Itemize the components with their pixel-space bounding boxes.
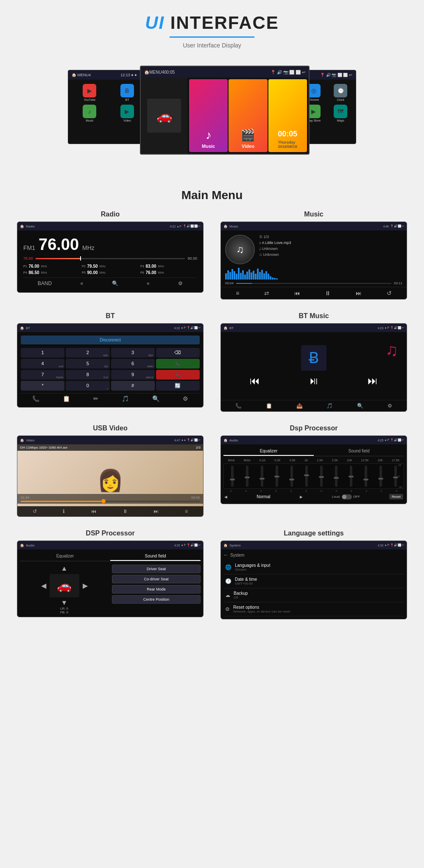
app-youtube[interactable]: ▶ YouTube xyxy=(73,84,107,101)
btmusic-phone-icon[interactable]: 📞 xyxy=(235,403,242,409)
bt-key-6[interactable]: 6MNO xyxy=(111,359,155,369)
bt-key-1[interactable]: 1 xyxy=(21,348,64,358)
music-playlist-btn[interactable]: ≡ xyxy=(236,290,239,297)
eq-scale: 10 0 -10 xyxy=(398,464,402,488)
video-play-btn[interactable]: ⏸ xyxy=(123,508,128,514)
sf-down-btn[interactable]: ▼ xyxy=(61,599,68,607)
music-shuffle-btn[interactable]: ↺ xyxy=(387,290,392,297)
preset-3[interactable]: P3 83.00 MHz xyxy=(140,264,197,269)
music-repeat-btn[interactable]: ⇄ xyxy=(264,290,269,297)
video-progress-bar[interactable] xyxy=(21,501,200,502)
sf-rear-mode-btn[interactable]: Rear Mode xyxy=(112,585,201,593)
bt-key-9[interactable]: 9WXYZ xyxy=(111,370,155,380)
bt-key-star[interactable]: * xyxy=(21,381,64,391)
bt-key-7[interactable]: 7PQRS xyxy=(21,370,64,380)
eq-slider-4[interactable] xyxy=(276,466,278,487)
bt-contacts-icon[interactable]: 📋 xyxy=(63,395,70,402)
toggle-switch[interactable] xyxy=(342,494,352,499)
eq-slider-10[interactable] xyxy=(365,466,367,487)
bt-key-8[interactable]: 8TUV xyxy=(66,370,109,380)
bt-key-hash[interactable]: # xyxy=(111,381,155,391)
sf-left-btn[interactable]: ◀ xyxy=(41,582,46,590)
radio-prev-btn[interactable]: « xyxy=(81,280,84,286)
video-repeat-btn[interactable]: ↺ xyxy=(33,508,37,514)
eq-slider-3[interactable] xyxy=(261,466,263,487)
eq-slider-8[interactable] xyxy=(335,466,338,487)
btmusic-contacts-icon[interactable]: 📋 xyxy=(266,403,272,409)
bt-settings-icon[interactable]: ⚙ xyxy=(183,395,188,402)
preset-5[interactable]: P5 90.00 MHz xyxy=(82,270,139,275)
music-progress-bar[interactable] xyxy=(236,283,391,284)
preset-1[interactable]: P1 76.00 MHz xyxy=(23,264,80,269)
eq-slider-9[interactable] xyxy=(350,466,352,487)
dsp-reset-btn[interactable]: Reset xyxy=(389,494,403,499)
btmusic-play-btn[interactable]: ⏯ xyxy=(309,375,319,387)
eq-slider-11[interactable] xyxy=(379,466,382,487)
app-maps[interactable]: 🗺 Maps xyxy=(329,105,352,122)
music-pause-btn[interactable]: ⏸ xyxy=(325,290,331,297)
bt-disconnect-btn[interactable]: Disconnect xyxy=(21,336,200,344)
eq-slider-5[interactable] xyxy=(290,466,293,487)
preset-2[interactable]: P2 79.50 MHz xyxy=(82,264,139,269)
video-next-btn[interactable]: ⏭ xyxy=(153,508,159,514)
lang-item-backup[interactable]: ☁ Backup Off xyxy=(223,588,404,602)
bt-edit-icon[interactable]: ✏ xyxy=(93,395,98,402)
eq-slider-12[interactable] xyxy=(394,466,397,487)
eq-slider-1[interactable] xyxy=(231,466,234,487)
bt-key-0[interactable]: 0+ xyxy=(66,381,109,391)
bt-key-2[interactable]: 2ABC xyxy=(66,348,109,358)
sf-codriver-seat-btn[interactable]: Co-driver Seat xyxy=(112,575,201,583)
bt-key-call[interactable]: 📞 xyxy=(156,359,200,369)
sf-centre-position-btn[interactable]: Centre Position xyxy=(112,595,201,604)
btmusic-settings-icon[interactable]: ⚙ xyxy=(388,403,392,409)
tile-video[interactable]: 🎬 Video xyxy=(229,79,267,152)
lang-item-datetime[interactable]: 🕐 Date & time GMT+00:00 xyxy=(223,574,404,588)
sf-tab-soundfield[interactable]: Sound field xyxy=(110,552,201,561)
dsp-play-icon[interactable]: ▶ xyxy=(300,495,303,499)
dsp-tab-soundfield[interactable]: Sound field xyxy=(314,447,404,456)
bt-key-5[interactable]: 5JKL xyxy=(66,359,109,369)
app-clock[interactable]: ⌚ Clock xyxy=(329,84,352,101)
sf-tab-equalizer[interactable]: Equalizer xyxy=(20,552,110,561)
btmusic-share-icon[interactable]: 📤 xyxy=(296,403,303,409)
bt-key-3[interactable]: 3DEF xyxy=(111,348,155,358)
radio-search-btn[interactable]: 🔍 xyxy=(112,280,118,286)
music-prev-btn[interactable]: ⏮ xyxy=(294,290,300,297)
sf-up-btn[interactable]: ▲ xyxy=(61,565,68,572)
app-bt[interactable]: Ƀ BT xyxy=(110,84,145,101)
video-prev-btn[interactable]: ⏮ xyxy=(91,508,96,514)
preset-4[interactable]: P4 86.50 MHz xyxy=(23,270,80,275)
bt-key-hangup[interactable]: 📞 xyxy=(156,370,200,380)
dsp-prev-icon[interactable]: ◀ xyxy=(224,495,227,499)
bt-key-4[interactable]: 4GHI xyxy=(21,359,64,369)
sf-driver-seat-btn[interactable]: Driver Seat xyxy=(112,565,201,573)
app-music[interactable]: ♪ Music xyxy=(73,105,107,122)
bt-voice-icon[interactable]: 🎵 xyxy=(122,395,129,402)
bt-phone-icon[interactable]: 📞 xyxy=(32,395,39,402)
btmusic-audio-icon[interactable]: 🎵 xyxy=(326,403,333,409)
eq-slider-6[interactable] xyxy=(305,466,308,487)
video-playlist-btn[interactable]: ≡ xyxy=(185,508,188,514)
video-info-btn[interactable]: ℹ xyxy=(63,508,65,514)
radio-settings-btn[interactable]: ⚙ xyxy=(178,280,183,286)
bt-key-backspace[interactable]: ⌫ xyxy=(156,348,200,358)
lang-item-input[interactable]: 🌐 Languages & input Gboard xyxy=(223,560,404,574)
radio-band-btn[interactable]: BAND xyxy=(38,280,52,286)
radio-next-btn[interactable]: » xyxy=(147,280,150,286)
bt-search-icon[interactable]: 🔍 xyxy=(152,395,159,402)
eq-slider-7[interactable] xyxy=(320,466,323,487)
eq-slider-2[interactable] xyxy=(246,466,248,487)
bt-key-refresh[interactable]: 🔄 xyxy=(156,381,200,391)
dsp-loud-toggle[interactable]: Loud: OFF xyxy=(332,494,360,499)
music-next-btn[interactable]: ⏭ xyxy=(356,290,362,297)
btmusic-search-icon[interactable]: 🔍 xyxy=(357,403,363,409)
btmusic-prev-btn[interactable]: ⏮ xyxy=(250,375,260,387)
lang-back-arrow[interactable]: ← xyxy=(223,552,229,558)
sf-right-btn[interactable]: ▶ xyxy=(83,582,88,590)
preset-6[interactable]: P6 76.00 MHz xyxy=(140,270,197,275)
app-video[interactable]: ▶ Video xyxy=(110,105,145,122)
dsp-tab-equalizer[interactable]: Equalizer xyxy=(223,447,314,456)
btmusic-next-btn[interactable]: ⏭ xyxy=(368,375,378,387)
tile-music[interactable]: ♪ Music xyxy=(189,79,228,152)
lang-item-reset[interactable]: ⚙ Reset options Network, apps, or device… xyxy=(223,602,404,616)
